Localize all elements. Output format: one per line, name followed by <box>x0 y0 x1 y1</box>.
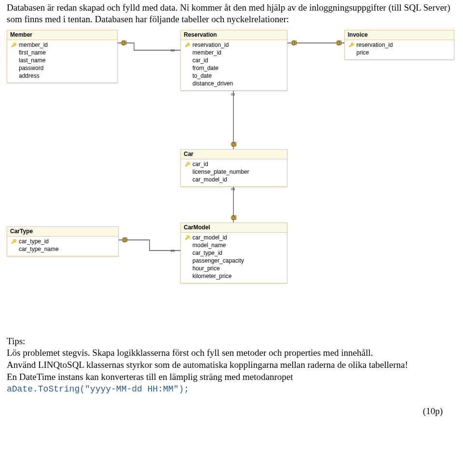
column-name: car_type_id <box>191 250 222 256</box>
column-row: last_name <box>7 56 117 64</box>
column-name: car_id <box>191 57 208 64</box>
table-header: Member <box>7 30 117 40</box>
table-header: CarType <box>7 227 118 237</box>
column-row: car_type_id <box>181 249 287 257</box>
svg-point-11 <box>231 215 236 220</box>
svg-text:∞: ∞ <box>231 91 235 98</box>
column-name: from_date <box>191 65 218 71</box>
column-name: car_id <box>191 161 208 168</box>
column-name: to_date <box>191 72 212 79</box>
tips-text: En DateTime instans kan konverteras till… <box>7 372 293 382</box>
table-car: Car 🔑car_idlicense_plate_numbercar_model… <box>180 149 287 187</box>
primary-key-icon: 🔑 <box>184 162 191 167</box>
column-row: hour_price <box>181 265 287 272</box>
column-row: 🔑member_id <box>7 41 117 49</box>
column-name: last_name <box>17 57 45 64</box>
svg-text:⚿: ⚿ <box>123 237 128 242</box>
table-body: 🔑car_idlicense_plate_numbercar_model_id <box>181 159 287 186</box>
column-name: reservation_id <box>354 42 393 48</box>
table-body: 🔑car_type_idcar_type_name <box>7 237 118 256</box>
column-row: 🔑car_model_id <box>181 234 287 241</box>
primary-key-icon: 🔑 <box>348 42 354 47</box>
column-row: passenger_capacity <box>181 257 287 265</box>
column-name: car_model_id <box>191 234 227 241</box>
svg-text:⚿: ⚿ <box>337 40 342 45</box>
column-name: distance_driven <box>191 80 233 87</box>
intro-paragraph: Databasen är redan skapad och fylld med … <box>7 2 456 26</box>
column-name: license_plate_number <box>191 168 249 175</box>
tips-line: Använd LINQtoSQL klassernas styrkor som … <box>7 359 456 371</box>
svg-point-13 <box>122 238 127 242</box>
column-row: from_date <box>181 64 287 72</box>
table-body: 🔑car_model_idmodel_namecar_type_idpassen… <box>181 233 287 283</box>
column-row: 🔑reservation_id <box>345 41 454 49</box>
table-member: Member 🔑member_idfirst_namelast_namepass… <box>7 30 118 83</box>
column-name: model_name <box>191 242 226 249</box>
column-name: member_id <box>191 49 221 56</box>
svg-point-0 <box>121 41 126 45</box>
table-body: 🔑reservation_idmember_idcar_idfrom_datet… <box>181 40 287 90</box>
column-name: price <box>354 49 369 56</box>
svg-text:⚿: ⚿ <box>122 40 127 45</box>
svg-point-8 <box>231 142 236 147</box>
column-name: kilometer_price <box>191 273 232 280</box>
svg-point-5 <box>336 41 341 45</box>
table-carmodel: CarModel 🔑car_model_idmodel_namecar_type… <box>180 223 287 283</box>
code-sample: aDate.ToString("yyyy-MM-dd HH:MM"); <box>7 384 189 394</box>
column-row: to_date <box>181 72 287 80</box>
column-name: address <box>17 72 40 79</box>
column-row: car_type_name <box>7 245 118 253</box>
table-header: CarModel <box>181 223 287 233</box>
table-cartype: CarType 🔑car_type_idcar_type_name <box>7 226 119 256</box>
table-header: Reservation <box>181 30 287 40</box>
column-row: model_name <box>181 241 287 249</box>
column-name: member_id <box>17 42 48 48</box>
column-name: car_type_name <box>17 246 59 252</box>
primary-key-icon: 🔑 <box>184 42 191 47</box>
primary-key-icon: 🔑 <box>184 235 191 240</box>
column-name: car_type_id <box>17 238 49 245</box>
column-name: first_name <box>17 49 46 56</box>
svg-text:⚿: ⚿ <box>232 215 237 220</box>
column-name: hour_price <box>191 265 220 272</box>
column-row: member_id <box>181 49 287 56</box>
column-row: password <box>7 64 117 72</box>
table-body: 🔑reservation_idprice <box>345 40 454 59</box>
tips-block: Tips: Lös problemet stegvis. Skapa logik… <box>7 336 456 395</box>
column-row: price <box>345 49 454 56</box>
column-row: first_name <box>7 49 117 56</box>
column-row: distance_driven <box>181 80 287 87</box>
primary-key-icon: 🔑 <box>10 239 17 244</box>
table-body: 🔑member_idfirst_namelast_namepasswordadd… <box>7 40 117 83</box>
column-row: kilometer_price <box>181 272 287 280</box>
svg-text:⚿: ⚿ <box>292 40 297 45</box>
table-reservation: Reservation 🔑reservation_idmember_idcar_… <box>180 30 287 91</box>
table-invoice: Invoice 🔑reservation_idprice <box>344 30 454 60</box>
column-name: passenger_capacity <box>191 257 244 264</box>
table-header: Car <box>181 150 287 159</box>
column-name: password <box>17 65 43 71</box>
svg-text:⚿: ⚿ <box>232 141 237 147</box>
column-name: car_model_id <box>191 176 227 183</box>
svg-text:∞: ∞ <box>171 47 175 54</box>
column-row: address <box>7 72 117 80</box>
points-label: (10p) <box>7 406 456 417</box>
column-row: 🔑reservation_id <box>181 41 287 49</box>
column-row: car_id <box>181 56 287 64</box>
tips-line: En DateTime instans kan konverteras till… <box>7 371 456 395</box>
column-row: 🔑car_type_id <box>7 238 118 245</box>
column-row: 🔑car_id <box>181 160 287 168</box>
column-row: license_plate_number <box>181 168 287 176</box>
column-row: car_model_id <box>181 176 287 183</box>
table-header: Invoice <box>345 30 454 40</box>
svg-text:∞: ∞ <box>171 247 175 254</box>
erd-diagram: ⚿ ∞ ⚿ ⚿ ∞ ⚿ ∞ ⚿ ⚿ ∞ Mem <box>7 28 455 317</box>
column-name: reservation_id <box>191 42 229 48</box>
svg-point-3 <box>291 41 296 45</box>
primary-key-icon: 🔑 <box>10 42 17 47</box>
tips-line: Lös problemet stegvis. Skapa logikklasse… <box>7 347 456 359</box>
tips-heading: Tips: <box>7 336 456 348</box>
